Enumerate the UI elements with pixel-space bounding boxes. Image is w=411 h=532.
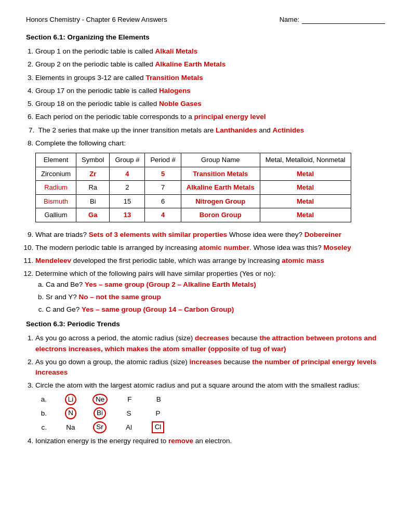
- atom-item: Al: [122, 422, 136, 433]
- atom-item: Na: [63, 422, 78, 433]
- q2: Group 2 on the periodic table is called …: [35, 59, 385, 70]
- q3: Elements in groups 3-12 are called Trans…: [35, 73, 385, 83]
- atom-row: b.NBiSP: [35, 407, 385, 419]
- atom-item: F: [122, 394, 137, 405]
- section-63-title: Section 6.3: Periodic Trends: [26, 320, 385, 328]
- document-header: Honors Chemistry - Chapter 6 Review Answ…: [26, 16, 385, 24]
- element-table: Element Symbol Group # Period # Group Na…: [35, 153, 351, 222]
- atom-row: a.LiNeFB: [35, 394, 385, 406]
- col-symbol: Symbol: [76, 153, 110, 167]
- col-group: Group #: [110, 153, 145, 167]
- q9: What are triads? Sets of 3 elements with…: [35, 230, 385, 240]
- q5: Group 18 on the periodic table is called…: [35, 99, 385, 109]
- s63-q2: As you go down a group, the atomic radiu…: [35, 357, 385, 378]
- q11: Mendeleev developed the first periodic t…: [35, 256, 385, 266]
- name-field: Name:: [280, 16, 385, 24]
- col-group-name: Group Name: [181, 153, 260, 167]
- table-row: BismuthBi156Nitrogen GroupMetal: [36, 194, 351, 208]
- atom-item: Sr: [92, 421, 107, 433]
- q6: Each period on the periodic table corres…: [35, 112, 385, 122]
- s63-q1: As you go across a period, the atomic ra…: [35, 333, 385, 354]
- table-row: ZirconiumZr45Transition MetalsMetal: [36, 167, 351, 181]
- q7: The 2 series that make up the inner tran…: [36, 125, 385, 136]
- q4: Group 17 on the periodic table is called…: [35, 86, 385, 96]
- atom-item: Cl: [151, 421, 165, 433]
- table-row: RadiumRa27Alkaline Earth MetalsMetal: [36, 181, 351, 195]
- table-header-row: Element Symbol Group # Period # Group Na…: [36, 153, 351, 167]
- q10: The modern periodic table is arranged by…: [35, 243, 385, 253]
- atom-item: Li: [63, 394, 78, 406]
- atom-item: B: [151, 394, 166, 405]
- col-element: Element: [36, 153, 76, 167]
- s63-q4: Ionization energy is the energy required…: [35, 436, 385, 446]
- col-classification: Metal, Metalloid, Nonmetal: [260, 153, 351, 167]
- atom-item: S: [122, 408, 136, 419]
- atom-rows: a.LiNeFBb.NBiSPc.NaSrAlCl: [35, 394, 385, 434]
- q12b: Sr and Y? No – not the same group: [46, 292, 385, 302]
- q1: Group 1 on the periodic table is called …: [35, 46, 385, 57]
- q12a: Ca and Be? Yes – same group (Group 2 – A…: [46, 280, 385, 290]
- section-61-list-2: What are triads? Sets of 3 elements with…: [35, 230, 385, 315]
- atom-item: N: [63, 407, 78, 419]
- atom-item: Bi: [92, 407, 107, 419]
- q12c: C and Ge? Yes – same group (Group 14 – C…: [46, 304, 385, 315]
- table-row: GalliumGa134Boron GroupMetal: [36, 208, 351, 222]
- q8: Complete the following chart: Element Sy…: [35, 138, 385, 222]
- document-title: Honors Chemistry - Chapter 6 Review Answ…: [26, 16, 167, 24]
- col-period: Period #: [145, 153, 181, 167]
- atom-row: c.NaSrAlCl: [35, 421, 385, 433]
- atom-item: Ne: [92, 394, 108, 406]
- section-63-list: As you go across a period, the atomic ra…: [35, 333, 385, 446]
- q12: Determine which of the following pairs w…: [35, 269, 385, 315]
- atom-item: P: [151, 408, 165, 419]
- section-61-title: Section 6.1: Organizing the Elements: [26, 33, 385, 41]
- section-61-list: Group 1 on the periodic table is called …: [35, 46, 385, 222]
- q12-sublist: Ca and Be? Yes – same group (Group 2 – A…: [46, 280, 385, 315]
- s63-q3: Circle the atom with the largest atomic …: [35, 380, 385, 433]
